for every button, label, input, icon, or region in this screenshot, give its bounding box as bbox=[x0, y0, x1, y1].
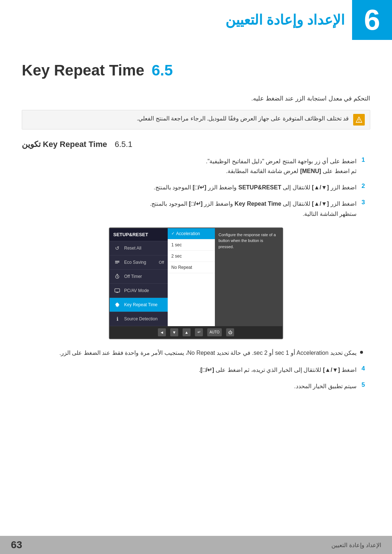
step-1-text: اضغط على أي زر بواجهة المنتج لعرض "دليل … bbox=[206, 156, 356, 176]
bullet-dot bbox=[360, 351, 363, 354]
gear-icon bbox=[113, 301, 121, 309]
submenu-item-no-repeat: No Repeat bbox=[168, 262, 215, 273]
main-content: 6.5 Key Repeat Time التحكم في معدل استجا… bbox=[0, 40, 392, 412]
btn-power: ⏻ bbox=[226, 328, 234, 336]
step-2-text: اضغط الزر [▼/▲] للانتقال إلى SETUP&RESET… bbox=[154, 182, 356, 192]
step-5-text: سيتم تطبيق الخيار المحدد. bbox=[294, 381, 356, 391]
bullet-section: يمكن تحديد Acceleration أو 1 sec أو 2 se… bbox=[22, 348, 370, 358]
step-2: 2 اضغط الزر [▼/▲] للانتقال إلى SETUP&RES… bbox=[22, 182, 370, 192]
page-number: 63 bbox=[11, 539, 22, 551]
step-5: 5 سيتم تطبيق الخيار المحدد. bbox=[22, 381, 370, 391]
svg-rect-4 bbox=[115, 288, 119, 292]
step-2-number: 2 bbox=[362, 182, 370, 190]
step-4-text: اضغط [▼/▲] للانتقال إلى الخيار الذي تريد… bbox=[199, 365, 356, 375]
source-icon: ℹ bbox=[113, 315, 121, 323]
eco-icon bbox=[113, 258, 121, 266]
subsection-title-text: تكوين Key Repeat Time bbox=[22, 140, 107, 149]
subsection-number: 6.5.1 bbox=[115, 140, 132, 149]
timer-icon bbox=[113, 272, 121, 280]
menu-item-key-repeat-label: Key Repeat Time bbox=[124, 302, 158, 307]
menu-item-reset-all-label: Reset All bbox=[124, 246, 141, 251]
chapter-number-box: 6 bbox=[352, 0, 392, 40]
subsection-title: 6.5.1 تكوين Key Repeat Time bbox=[22, 140, 370, 149]
menu-sidebar-header: SETUP&RESET bbox=[110, 228, 168, 241]
menu-item-off-timer: Off Timer bbox=[110, 270, 168, 284]
step-1: 1 اضغط على أي زر بواجهة المنتج لعرض "دلي… bbox=[22, 156, 370, 176]
menu-item-pcav-mode: PC/AV Mode bbox=[110, 284, 168, 298]
menu-submenu: ✓ Acceleration 1 sec 2 sec No Repeat bbox=[168, 228, 215, 326]
menu-item-off-timer-label: Off Timer bbox=[124, 274, 142, 279]
menu-item-source-detection: ℹ Source Detection bbox=[110, 312, 168, 326]
svg-rect-2 bbox=[115, 263, 118, 263]
step-5-number: 5 bbox=[362, 381, 370, 389]
footer-title: الإعداد وإعادة التعيين bbox=[331, 542, 381, 549]
btn-up: ▲ bbox=[183, 328, 191, 336]
btn-down: ▼ bbox=[170, 328, 178, 336]
menu-info-text: Configure the response rate of a button … bbox=[219, 233, 276, 249]
screen-bottom-bar: ◄ ▼ ▲ ↵ AUTO ⏻ bbox=[110, 326, 282, 338]
section-title: 6.5 Key Repeat Time bbox=[22, 62, 370, 79]
btn-auto: AUTO bbox=[207, 328, 222, 336]
bullet-text: يمكن تحديد Acceleration أو 1 sec أو 2 se… bbox=[60, 348, 356, 358]
note-text: قد تختلف الوظائف المتوفرة على جهاز العرض… bbox=[137, 114, 349, 123]
step-4-number: 4 bbox=[362, 365, 370, 372]
submenu-item-2sec: 2 sec bbox=[168, 251, 215, 262]
btn-enter: ↵ bbox=[195, 328, 203, 336]
menu-item-eco-saving-label: Eco Saving bbox=[124, 260, 146, 265]
intro-paragraph: التحكم في معدل استجابة الزر عند الضغط عل… bbox=[22, 94, 370, 104]
note-box: قد تختلف الوظائف المتوفرة على جهاز العرض… bbox=[22, 110, 370, 130]
bullet-item: يمكن تحديد Acceleration أو 1 sec أو 2 se… bbox=[22, 348, 363, 358]
menu-item-source-detection-label: Source Detection bbox=[124, 316, 158, 321]
section-number: 6.5 bbox=[152, 62, 173, 79]
step-3-number: 3 bbox=[362, 199, 370, 206]
check-mark: ✓ bbox=[171, 231, 175, 236]
step-4: 4 اضغط [▼/▲] للانتقال إلى الخيار الذي تر… bbox=[22, 365, 370, 375]
eco-saving-value: Off bbox=[159, 260, 164, 264]
screen-mockup-container: SETUP&RESET ↺ Reset All Eco Saving Off bbox=[22, 227, 370, 339]
menu-info-panel: Configure the response rate of a button … bbox=[215, 228, 282, 326]
section-title-text: Key Repeat Time bbox=[22, 62, 144, 79]
menu-sidebar: SETUP&RESET ↺ Reset All Eco Saving Off bbox=[110, 228, 168, 326]
svg-rect-0 bbox=[115, 261, 119, 262]
btn-left: ◄ bbox=[158, 328, 166, 336]
chapter-number: 6 bbox=[364, 3, 380, 37]
screen-menu: SETUP&RESET ↺ Reset All Eco Saving Off bbox=[110, 228, 282, 326]
screen-mockup: SETUP&RESET ↺ Reset All Eco Saving Off bbox=[109, 227, 283, 339]
svg-rect-1 bbox=[115, 262, 119, 262]
menu-item-key-repeat: Key Repeat Time bbox=[110, 298, 168, 312]
steps-container: 1 اضغط على أي زر بواجهة المنتج لعرض "دلي… bbox=[22, 156, 370, 219]
submenu-item-1sec: 1 sec bbox=[168, 239, 215, 251]
menu-item-eco-saving: Eco Saving Off bbox=[110, 255, 168, 270]
menu-item-reset-all: ↺ Reset All bbox=[110, 241, 168, 255]
step-3-text: اضغط الزر [▼/▲] للانتقال إلى Key Repeat … bbox=[150, 199, 356, 218]
menu-item-pcav-mode-label: PC/AV Mode bbox=[124, 288, 149, 293]
warning-icon bbox=[355, 116, 363, 124]
page-header: الإعداد وإعادة التعيين 6 bbox=[0, 0, 392, 40]
note-icon bbox=[353, 114, 365, 126]
pcav-icon bbox=[113, 287, 121, 295]
reset-icon: ↺ bbox=[113, 244, 121, 252]
step-1-number: 1 bbox=[362, 156, 370, 164]
submenu-item-acceleration: ✓ Acceleration bbox=[168, 228, 215, 239]
step-3: 3 اضغط الزر [▼/▲] للانتقال إلى Key Repea… bbox=[22, 199, 370, 218]
page-footer: 63 الإعداد وإعادة التعيين bbox=[0, 536, 392, 554]
